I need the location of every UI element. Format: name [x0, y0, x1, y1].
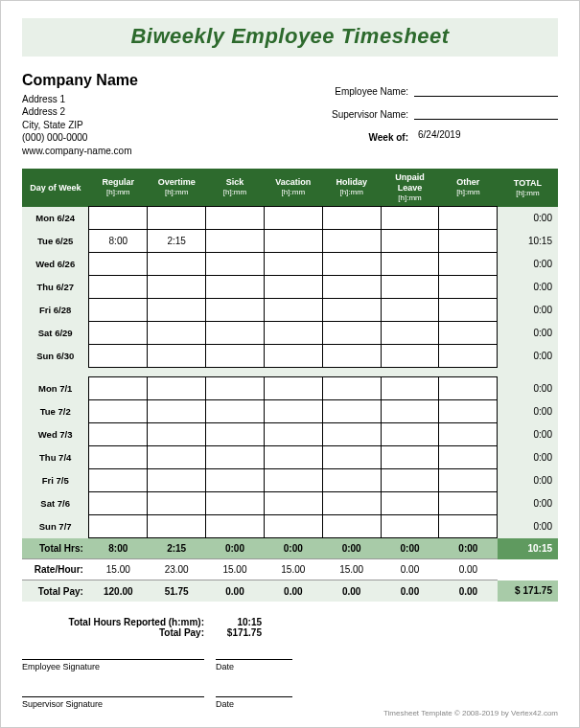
- cell-regular[interactable]: [89, 207, 148, 230]
- rate-other[interactable]: 0.00: [439, 559, 498, 580]
- cell-other[interactable]: [439, 446, 498, 469]
- cell-sick[interactable]: [206, 345, 265, 368]
- cell-regular[interactable]: [89, 400, 148, 423]
- cell-holiday[interactable]: [322, 253, 381, 276]
- cell-holiday[interactable]: [322, 423, 381, 446]
- cell-holiday[interactable]: [322, 469, 381, 492]
- cell-sick[interactable]: [206, 377, 265, 400]
- cell-vacation[interactable]: [264, 423, 322, 446]
- cell-vacation[interactable]: [264, 345, 322, 368]
- cell-regular[interactable]: [89, 515, 148, 538]
- cell-overtime[interactable]: [148, 377, 206, 400]
- cell-unpaid[interactable]: [381, 423, 439, 446]
- cell-other[interactable]: [439, 400, 498, 423]
- cell-regular[interactable]: [89, 322, 148, 345]
- cell-sick[interactable]: [206, 515, 265, 538]
- cell-unpaid[interactable]: [381, 377, 439, 400]
- cell-sick[interactable]: [206, 492, 265, 515]
- cell-unpaid[interactable]: [381, 299, 439, 322]
- cell-holiday[interactable]: [322, 446, 381, 469]
- cell-unpaid[interactable]: [381, 345, 439, 368]
- cell-other[interactable]: [439, 423, 498, 446]
- cell-unpaid[interactable]: [381, 492, 439, 515]
- cell-sick[interactable]: [206, 400, 265, 423]
- cell-unpaid[interactable]: [381, 253, 439, 276]
- cell-sick[interactable]: [206, 253, 265, 276]
- cell-holiday[interactable]: [322, 492, 381, 515]
- cell-regular[interactable]: [89, 446, 148, 469]
- cell-holiday[interactable]: [322, 299, 381, 322]
- cell-holiday[interactable]: [322, 377, 381, 400]
- cell-other[interactable]: [439, 299, 498, 322]
- cell-sick[interactable]: [206, 230, 265, 253]
- cell-sick[interactable]: [206, 207, 265, 230]
- cell-regular[interactable]: [89, 299, 148, 322]
- rate-vacation[interactable]: 15.00: [264, 559, 322, 580]
- cell-vacation[interactable]: [264, 469, 322, 492]
- cell-unpaid[interactable]: [381, 469, 439, 492]
- cell-holiday[interactable]: [322, 515, 381, 538]
- cell-regular[interactable]: [89, 469, 148, 492]
- cell-other[interactable]: [439, 322, 498, 345]
- cell-vacation[interactable]: [264, 299, 322, 322]
- cell-other[interactable]: [439, 469, 498, 492]
- rate-overtime[interactable]: 23.00: [148, 559, 206, 580]
- employee-signature-date[interactable]: Date: [216, 659, 292, 671]
- cell-regular[interactable]: [89, 345, 148, 368]
- rate-regular[interactable]: 15.00: [89, 559, 148, 580]
- cell-vacation[interactable]: [264, 492, 322, 515]
- employee-name-field[interactable]: [414, 83, 558, 97]
- cell-overtime[interactable]: [148, 469, 206, 492]
- cell-sick[interactable]: [206, 423, 265, 446]
- cell-unpaid[interactable]: [381, 276, 439, 299]
- cell-unpaid[interactable]: [381, 230, 439, 253]
- cell-regular[interactable]: [89, 377, 148, 400]
- cell-sick[interactable]: [206, 446, 265, 469]
- employee-signature-line[interactable]: Employee Signature: [22, 659, 204, 671]
- cell-other[interactable]: [439, 253, 498, 276]
- cell-holiday[interactable]: [322, 345, 381, 368]
- cell-regular[interactable]: [89, 276, 148, 299]
- cell-other[interactable]: [439, 207, 498, 230]
- cell-holiday[interactable]: [322, 400, 381, 423]
- cell-overtime[interactable]: [148, 299, 206, 322]
- cell-overtime[interactable]: [148, 423, 206, 446]
- cell-holiday[interactable]: [322, 322, 381, 345]
- cell-holiday[interactable]: [322, 230, 381, 253]
- cell-unpaid[interactable]: [381, 400, 439, 423]
- cell-vacation[interactable]: [264, 400, 322, 423]
- cell-overtime[interactable]: [148, 322, 206, 345]
- cell-overtime[interactable]: [148, 446, 206, 469]
- cell-overtime[interactable]: [148, 515, 206, 538]
- cell-regular[interactable]: [89, 423, 148, 446]
- cell-unpaid[interactable]: [381, 207, 439, 230]
- cell-overtime[interactable]: [148, 400, 206, 423]
- cell-vacation[interactable]: [264, 322, 322, 345]
- cell-overtime[interactable]: 2:15: [148, 230, 206, 253]
- cell-sick[interactable]: [206, 299, 265, 322]
- cell-holiday[interactable]: [322, 207, 381, 230]
- cell-unpaid[interactable]: [381, 446, 439, 469]
- cell-other[interactable]: [439, 345, 498, 368]
- cell-overtime[interactable]: [148, 276, 206, 299]
- cell-vacation[interactable]: [264, 230, 322, 253]
- supervisor-signature-date[interactable]: Date: [216, 696, 292, 709]
- rate-holiday[interactable]: 15.00: [322, 559, 381, 580]
- cell-vacation[interactable]: [264, 446, 322, 469]
- rate-sick[interactable]: 15.00: [206, 559, 265, 580]
- supervisor-signature-line[interactable]: Supervisor Signature: [22, 696, 204, 709]
- cell-overtime[interactable]: [148, 253, 206, 276]
- cell-regular[interactable]: 8:00: [89, 230, 148, 253]
- cell-holiday[interactable]: [322, 276, 381, 299]
- supervisor-name-field[interactable]: [414, 106, 558, 120]
- cell-vacation[interactable]: [264, 276, 322, 299]
- cell-overtime[interactable]: [148, 345, 206, 368]
- cell-overtime[interactable]: [148, 207, 206, 230]
- cell-vacation[interactable]: [264, 377, 322, 400]
- cell-other[interactable]: [439, 230, 498, 253]
- cell-other[interactable]: [439, 492, 498, 515]
- rate-unpaid[interactable]: 0.00: [381, 559, 439, 580]
- cell-overtime[interactable]: [148, 492, 206, 515]
- cell-vacation[interactable]: [264, 207, 322, 230]
- cell-vacation[interactable]: [264, 515, 322, 538]
